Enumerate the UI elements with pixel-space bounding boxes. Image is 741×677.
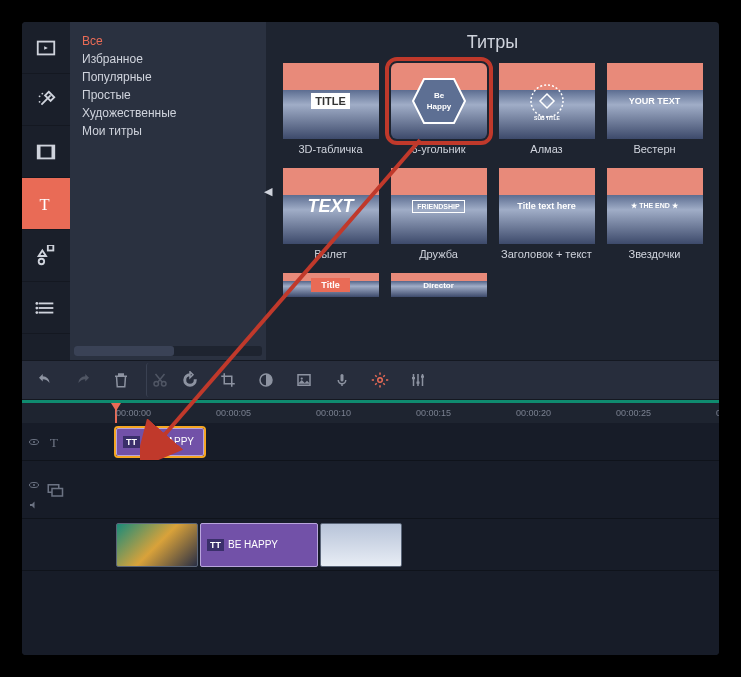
svg-rect-31: [412, 377, 415, 379]
svg-point-17: [35, 311, 38, 314]
video-track[interactable]: TTBE HAPPY: [22, 519, 719, 571]
svg-rect-11: [48, 245, 54, 251]
crop-button[interactable]: [211, 363, 245, 397]
equalizer-button[interactable]: [401, 363, 435, 397]
svg-rect-32: [417, 382, 420, 384]
svg-marker-1: [44, 46, 48, 50]
svg-point-3: [41, 92, 43, 94]
collapse-icon[interactable]: ◀: [264, 185, 272, 198]
title-preset[interactable]: TEXTВылет: [283, 168, 379, 261]
svg-point-4: [39, 100, 41, 102]
svg-point-30: [378, 378, 383, 383]
category-list: Все Избранное Популярные Простые Художес…: [70, 22, 266, 346]
category-item[interactable]: Мои титры: [82, 122, 254, 140]
title-preset[interactable]: FRIENDSHIPДружба: [391, 168, 487, 261]
svg-text:T: T: [50, 434, 59, 449]
title-preset[interactable]: SUB TITLEАлмаз: [499, 63, 595, 156]
visibility-icon[interactable]: [28, 479, 40, 491]
transitions-tool[interactable]: [22, 126, 70, 178]
color-button[interactable]: [249, 363, 283, 397]
overlay-track[interactable]: [22, 461, 719, 519]
delete-button[interactable]: [104, 363, 138, 397]
svg-marker-18: [413, 79, 465, 123]
audio-icon[interactable]: [28, 499, 40, 511]
image-button[interactable]: [287, 363, 321, 397]
top-area: T Все Избранное Популярные Простые Худож…: [22, 22, 719, 360]
timeline-ruler[interactable]: 00:00:00 00:00:05 00:00:10 00:00:15 00:0…: [22, 403, 719, 423]
video-clip[interactable]: [116, 523, 198, 567]
tt-badge: TT: [123, 436, 140, 448]
title-preset[interactable]: Director: [391, 273, 487, 297]
mic-button[interactable]: [325, 363, 359, 397]
svg-rect-40: [52, 488, 63, 496]
category-item[interactable]: Избранное: [82, 50, 254, 68]
svg-rect-6: [38, 145, 41, 158]
category-item[interactable]: Простые: [82, 86, 254, 104]
thumbnail-grid: TITLE3D-табличка BeHappy6-угольник SUB T…: [274, 63, 711, 297]
category-item[interactable]: Все: [82, 32, 254, 50]
overlay-icon: [46, 481, 64, 499]
title-preset[interactable]: Title: [283, 273, 379, 297]
text-icon: T: [46, 433, 64, 451]
svg-point-16: [35, 306, 38, 309]
settings-button[interactable]: [363, 363, 397, 397]
media-tool[interactable]: [22, 22, 70, 74]
svg-text:Be: Be: [433, 91, 444, 100]
titles-tool[interactable]: T: [22, 178, 70, 230]
svg-rect-33: [421, 376, 424, 378]
svg-point-15: [35, 302, 38, 305]
redo-button[interactable]: [66, 363, 100, 397]
panel-title: Титры: [274, 32, 711, 53]
title-clip-2[interactable]: TTBE HAPPY: [200, 523, 318, 567]
svg-point-10: [39, 258, 45, 264]
undo-button[interactable]: [28, 363, 62, 397]
more-tool[interactable]: [22, 282, 70, 334]
title-preset[interactable]: Title text hereЗаголовок + текст: [499, 168, 595, 261]
svg-text:T: T: [40, 194, 50, 213]
category-item[interactable]: Художественные: [82, 104, 254, 122]
svg-point-35: [33, 441, 35, 443]
video-clip[interactable]: [320, 523, 402, 567]
titles-gallery: Титры TITLE3D-табличка BeHappy6-угольник…: [266, 22, 719, 360]
svg-rect-7: [52, 145, 55, 158]
svg-point-2: [39, 95, 41, 97]
stickers-tool[interactable]: [22, 230, 70, 282]
svg-marker-22: [540, 94, 554, 108]
effects-tool[interactable]: [22, 74, 70, 126]
side-toolbar: T: [22, 22, 70, 360]
svg-rect-29: [341, 374, 344, 382]
title-preset-hexagon[interactable]: BeHappy6-угольник: [391, 63, 487, 156]
category-sidebar: Все Избранное Популярные Простые Художес…: [70, 22, 266, 360]
category-item[interactable]: Популярные: [82, 68, 254, 86]
visibility-icon[interactable]: [28, 436, 40, 448]
category-scrollbar[interactable]: [74, 346, 262, 356]
timeline-tracks: T TTBE HAPPY TTBE HAPPY: [22, 423, 719, 655]
title-preset[interactable]: ★ THE END ★Звездочки: [607, 168, 703, 261]
svg-point-38: [33, 484, 35, 486]
cut-button[interactable]: [146, 363, 169, 397]
svg-text:Happy: Happy: [426, 102, 451, 111]
tt-badge: TT: [207, 539, 224, 551]
timeline-toolbar: [22, 360, 719, 400]
svg-text:SUB TITLE: SUB TITLE: [534, 115, 560, 121]
svg-marker-9: [39, 250, 46, 256]
svg-point-21: [531, 85, 563, 117]
svg-point-28: [301, 377, 303, 379]
title-preset[interactable]: TITLE3D-табличка: [283, 63, 379, 156]
app-window: T Все Избранное Популярные Простые Худож…: [22, 22, 719, 655]
title-clip[interactable]: TTBE HAPPY: [116, 428, 204, 456]
title-track-1[interactable]: T TTBE HAPPY: [22, 423, 719, 461]
title-preset[interactable]: YOUR TEXTВестерн: [607, 63, 703, 156]
rotate-button[interactable]: [173, 363, 207, 397]
